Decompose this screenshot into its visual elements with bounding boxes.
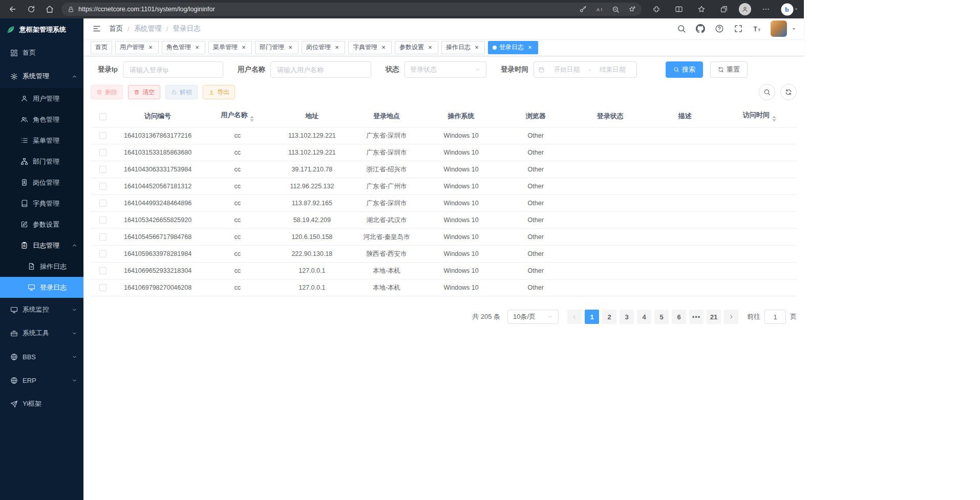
tab-2[interactable]: 用户管理× bbox=[115, 41, 159, 54]
header-question-button[interactable] bbox=[715, 24, 725, 34]
row-checkbox[interactable] bbox=[99, 216, 106, 224]
search-button[interactable]: 搜索 bbox=[666, 61, 703, 78]
column-header[interactable]: 用户名称 bbox=[200, 105, 275, 127]
tab-4[interactable]: 菜单管理× bbox=[208, 41, 252, 54]
unlock-button[interactable]: 解锁 bbox=[165, 85, 198, 99]
page-button-6[interactable]: 6 bbox=[672, 310, 686, 324]
tab-8[interactable]: 参数设置× bbox=[395, 41, 438, 54]
close-icon[interactable]: × bbox=[194, 44, 201, 51]
close-icon[interactable]: × bbox=[473, 44, 480, 51]
login-time-range-picker[interactable]: 开始日期 - 结束日期 bbox=[534, 61, 637, 78]
browser-profile-button[interactable] bbox=[739, 3, 751, 15]
tab-9[interactable]: 操作日志× bbox=[441, 41, 485, 54]
close-icon[interactable]: × bbox=[240, 44, 247, 51]
sidebar-item-16[interactable]: ERP bbox=[0, 368, 83, 392]
sidebar-item-1[interactable]: 首页 bbox=[0, 41, 83, 64]
row-checkbox[interactable] bbox=[99, 132, 106, 139]
row-checkbox[interactable] bbox=[99, 166, 106, 173]
close-icon[interactable]: × bbox=[147, 44, 154, 51]
browser-more-button[interactable] bbox=[758, 2, 774, 16]
sidebar-item-17[interactable]: Yi框架 bbox=[0, 392, 83, 416]
close-icon[interactable]: × bbox=[333, 44, 340, 51]
sort-caret-icon[interactable] bbox=[772, 116, 776, 122]
prev-page-button[interactable] bbox=[567, 310, 582, 324]
sort-caret-icon[interactable] bbox=[250, 116, 254, 122]
tab-6[interactable]: 岗位管理× bbox=[302, 41, 345, 54]
sidebar-toggle-button[interactable] bbox=[91, 23, 103, 35]
sidebar-item-10[interactable]: 日志管理 bbox=[0, 235, 83, 256]
row-checkbox[interactable] bbox=[99, 267, 106, 274]
sidebar-item-6[interactable]: 部门管理 bbox=[0, 151, 83, 172]
tab-5[interactable]: 部门管理× bbox=[255, 41, 299, 54]
sidebar-item-12[interactable]: 登录日志 bbox=[0, 277, 83, 298]
sidebar-item-15[interactable]: BBS bbox=[0, 345, 83, 368]
select-all-checkbox[interactable] bbox=[99, 113, 106, 120]
browser-key-button[interactable] bbox=[576, 4, 589, 15]
sidebar-item-11[interactable]: 操作日志 bbox=[0, 256, 83, 277]
browser-split-screen-button[interactable] bbox=[671, 2, 687, 16]
browser-read-aloud-button[interactable]: A bbox=[592, 4, 606, 15]
login-ip-input[interactable] bbox=[123, 61, 223, 78]
close-icon[interactable]: × bbox=[287, 44, 294, 51]
header-github-button[interactable] bbox=[696, 24, 706, 34]
tab-1[interactable]: 首页 bbox=[91, 41, 112, 54]
row-checkbox[interactable] bbox=[99, 233, 106, 241]
column-header[interactable]: 访问时间 bbox=[722, 105, 797, 127]
toggle-search-button[interactable] bbox=[759, 84, 775, 100]
caret-down-icon[interactable] bbox=[794, 7, 799, 12]
browser-favorite-add-button[interactable] bbox=[625, 4, 638, 15]
row-checkbox[interactable] bbox=[99, 183, 106, 190]
row-checkbox[interactable] bbox=[99, 250, 106, 257]
page-button-3[interactable]: 3 bbox=[620, 310, 634, 324]
sidebar-item-7[interactable]: 岗位管理 bbox=[0, 172, 83, 193]
page-button-4[interactable]: 4 bbox=[637, 310, 651, 324]
sidebar-item-4[interactable]: 角色管理 bbox=[0, 109, 83, 130]
export-button[interactable]: 导出 bbox=[203, 85, 235, 99]
sidebar-item-13[interactable]: 系统监控 bbox=[0, 298, 83, 321]
clear-button[interactable]: 清空 bbox=[128, 85, 160, 99]
close-icon[interactable]: × bbox=[526, 44, 534, 51]
reset-button[interactable]: 重置 bbox=[710, 61, 748, 78]
page-button-1[interactable]: 1 bbox=[585, 310, 599, 324]
address-bar[interactable]: https://ccnetcore.com:1101/system/log/lo… bbox=[61, 3, 642, 16]
browser-copilot-button[interactable]: b bbox=[781, 3, 794, 16]
browser-back-button[interactable] bbox=[5, 2, 20, 16]
page-button-•••[interactable]: ••• bbox=[689, 310, 704, 324]
sidebar-item-9[interactable]: 参数设置 bbox=[0, 214, 83, 235]
caret-down-icon[interactable] bbox=[791, 26, 797, 32]
row-checkbox[interactable] bbox=[99, 200, 106, 207]
page-button-5[interactable]: 5 bbox=[654, 310, 669, 324]
sidebar-item-5[interactable]: 菜单管理 bbox=[0, 130, 83, 151]
page-size-select[interactable]: 10条/页 bbox=[507, 310, 559, 324]
app-logo[interactable]: 意框架管理系统 bbox=[0, 18, 83, 41]
header-search-button[interactable] bbox=[677, 24, 687, 34]
browser-reload-button[interactable] bbox=[24, 2, 39, 16]
browser-zoom-out-button[interactable] bbox=[609, 4, 622, 15]
row-checkbox[interactable] bbox=[99, 149, 106, 156]
sidebar-item-8[interactable]: 字典管理 bbox=[0, 193, 83, 214]
row-checkbox[interactable] bbox=[99, 284, 106, 291]
breadcrumb-item[interactable]: 系统管理 bbox=[134, 24, 162, 33]
refresh-table-button[interactable] bbox=[780, 84, 797, 100]
tab-3[interactable]: 角色管理× bbox=[162, 41, 205, 54]
tab-7[interactable]: 字典管理× bbox=[348, 41, 392, 54]
page-button-21[interactable]: 21 bbox=[707, 310, 721, 324]
browser-collections-button[interactable] bbox=[716, 2, 732, 16]
status-select[interactable]: 登录状态 bbox=[404, 61, 486, 78]
sidebar-item-2[interactable]: 系统管理 bbox=[0, 64, 83, 88]
goto-page-input[interactable] bbox=[764, 310, 786, 324]
page-button-2[interactable]: 2 bbox=[602, 310, 616, 324]
delete-button[interactable]: 删除 bbox=[91, 85, 123, 99]
tab-10[interactable]: 登录日志× bbox=[488, 41, 538, 54]
sidebar-item-3[interactable]: 用户管理 bbox=[0, 88, 83, 109]
close-icon[interactable]: × bbox=[380, 44, 387, 51]
next-page-button[interactable] bbox=[724, 310, 738, 324]
header-font-size-button[interactable]: TT bbox=[753, 24, 762, 34]
browser-home-button[interactable] bbox=[42, 2, 57, 16]
sidebar-item-14[interactable]: 系统工具 bbox=[0, 321, 83, 345]
close-icon[interactable]: × bbox=[427, 44, 434, 51]
browser-favorites-bar-button[interactable] bbox=[694, 2, 709, 16]
header-fullscreen-button[interactable] bbox=[734, 24, 743, 34]
browser-extensions-button[interactable] bbox=[649, 2, 664, 16]
breadcrumb-item[interactable]: 首页 bbox=[109, 24, 123, 33]
